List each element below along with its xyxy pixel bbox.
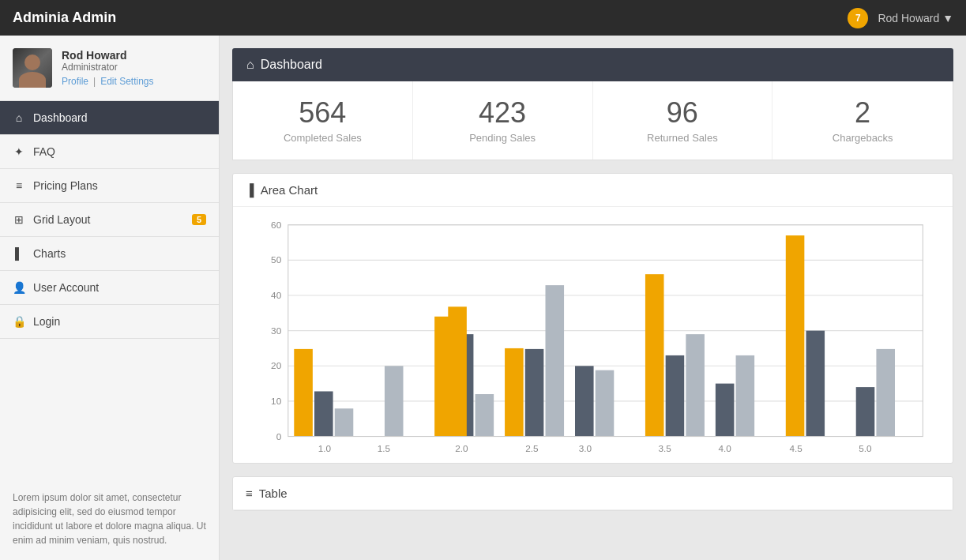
main-layout: Rod Howard Administrator Profile | Edit … — [0, 36, 966, 560]
nav-label-charts: Charts — [33, 247, 66, 260]
bar — [335, 408, 354, 436]
sidebar-item-login[interactable]: 🔒 Login — [0, 305, 219, 339]
stat-number-pending: 423 — [426, 97, 580, 129]
bar — [596, 370, 615, 436]
nav-label-login: Login — [33, 315, 60, 328]
navbar-right: 7 Rod Howard ▼ — [848, 8, 953, 28]
stat-label-pending: Pending Sales — [426, 132, 580, 144]
svg-text:10: 10 — [271, 395, 282, 405]
area-chart-card: ▐ Area Chart 60 — [232, 173, 953, 464]
bar — [385, 366, 404, 436]
nav-label-pricing: Pricing Plans — [33, 179, 98, 192]
svg-text:1.5: 1.5 — [378, 442, 391, 453]
sidebar-lorem: Lorem ipsum dolor sit amet, consectetur … — [0, 478, 219, 560]
edit-settings-link[interactable]: Edit Settings — [100, 76, 153, 87]
chart-title: Area Chart — [261, 183, 318, 197]
stat-label-completed: Completed Sales — [246, 132, 400, 144]
stat-returned-sales: 96 Returned Sales — [593, 81, 773, 160]
bar-chart: 60 50 40 30 20 10 0 — [246, 216, 940, 453]
chart-svg: 60 50 40 30 20 10 0 — [246, 216, 940, 453]
svg-text:2.5: 2.5 — [525, 442, 539, 453]
sidebar-item-dashboard[interactable]: ⌂ Dashboard — [0, 101, 219, 135]
bar — [666, 355, 685, 437]
pricing-icon: ≡ — [13, 179, 25, 192]
notification-badge[interactable]: 7 — [848, 8, 868, 28]
svg-text:50: 50 — [271, 254, 282, 265]
svg-text:20: 20 — [271, 359, 282, 370]
bar — [575, 366, 594, 436]
user-role: Administrator — [62, 62, 154, 73]
table-icon: ≡ — [246, 487, 253, 500]
separator: | — [93, 76, 96, 87]
stat-completed-sales: 564 Completed Sales — [233, 81, 413, 160]
stats-row: 564 Completed Sales 423 Pending Sales 96… — [232, 81, 953, 160]
bar — [806, 330, 825, 436]
table-card: ≡ Table — [232, 476, 953, 511]
nav-menu: ⌂ Dashboard ✦ FAQ ≡ Pricing Plans ⊞ — [0, 101, 219, 478]
svg-text:3.0: 3.0 — [579, 442, 592, 453]
nav-label-user-account: User Account — [33, 281, 99, 294]
page-header: ⌂ Dashboard — [232, 48, 953, 81]
table-title: Table — [259, 487, 288, 500]
bar — [856, 387, 875, 436]
stat-number-chargebacks: 2 — [785, 97, 940, 129]
home-icon: ⌂ — [13, 111, 25, 124]
bar — [505, 348, 524, 437]
faq-icon: ✦ — [13, 145, 25, 158]
user-links: Profile | Edit Settings — [62, 76, 154, 87]
chart-body: 60 50 40 30 20 10 0 — [233, 207, 953, 463]
stat-number-returned: 96 — [606, 97, 760, 129]
stat-label-returned: Returned Sales — [606, 132, 760, 144]
user-name: Rod Howard — [62, 49, 154, 62]
stat-pending-sales: 423 Pending Sales — [413, 81, 593, 160]
page-title: Dashboard — [261, 58, 322, 72]
bar — [448, 306, 467, 436]
bar — [876, 348, 895, 436]
lock-icon: 🔒 — [13, 315, 25, 328]
chart-header: ▐ Area Chart — [233, 174, 953, 207]
svg-text:60: 60 — [271, 220, 282, 230]
bar — [525, 348, 544, 436]
stat-label-chargebacks: Chargebacks — [785, 132, 940, 144]
charts-icon: ▌ — [13, 247, 25, 260]
sidebar-item-grid-layout[interactable]: ⊞ Grid Layout 5 — [0, 203, 219, 237]
user-panel: Rod Howard Administrator Profile | Edit … — [0, 36, 219, 101]
svg-text:3.5: 3.5 — [658, 442, 671, 453]
chart-icon: ▐ — [246, 183, 254, 197]
nav-label-faq: FAQ — [33, 145, 55, 158]
grid-badge: 5 — [192, 214, 206, 225]
sidebar-item-pricing-plans[interactable]: ≡ Pricing Plans — [0, 169, 219, 203]
bar — [736, 355, 755, 437]
home-header-icon: ⌂ — [246, 58, 254, 72]
bar — [546, 285, 565, 436]
user-dropdown[interactable]: Rod Howard ▼ — [878, 12, 953, 24]
bar — [686, 334, 705, 436]
svg-text:30: 30 — [271, 325, 282, 336]
sidebar-item-user-account[interactable]: 👤 User Account — [0, 271, 219, 305]
nav-label-dashboard: Dashboard — [33, 111, 88, 124]
sidebar: Rod Howard Administrator Profile | Edit … — [0, 36, 220, 560]
sidebar-item-charts[interactable]: ▌ Charts — [0, 237, 219, 271]
bar — [786, 235, 805, 436]
user-icon: 👤 — [13, 281, 25, 294]
svg-text:4.5: 4.5 — [789, 442, 802, 453]
bar — [294, 348, 313, 436]
svg-text:40: 40 — [271, 290, 282, 300]
nav-label-grid: Grid Layout — [33, 213, 90, 226]
svg-text:1.0: 1.0 — [318, 442, 332, 453]
bar — [645, 274, 664, 436]
avatar — [13, 48, 52, 88]
bar — [314, 391, 333, 436]
svg-text:0: 0 — [276, 430, 282, 441]
sidebar-item-faq[interactable]: ✦ FAQ — [0, 135, 219, 169]
stat-chargebacks: 2 Chargebacks — [772, 81, 953, 160]
avatar-image — [13, 48, 52, 88]
grid-icon: ⊞ — [13, 213, 25, 226]
user-info: Rod Howard Administrator Profile | Edit … — [62, 49, 154, 87]
main-content: ⌂ Dashboard 564 Completed Sales 423 Pend… — [220, 36, 966, 560]
table-header: ≡ Table — [233, 477, 953, 510]
profile-link[interactable]: Profile — [62, 76, 88, 87]
app-brand: Adminia Admin — [13, 9, 116, 26]
svg-text:5.0: 5.0 — [859, 442, 872, 453]
svg-text:4.0: 4.0 — [718, 442, 731, 453]
